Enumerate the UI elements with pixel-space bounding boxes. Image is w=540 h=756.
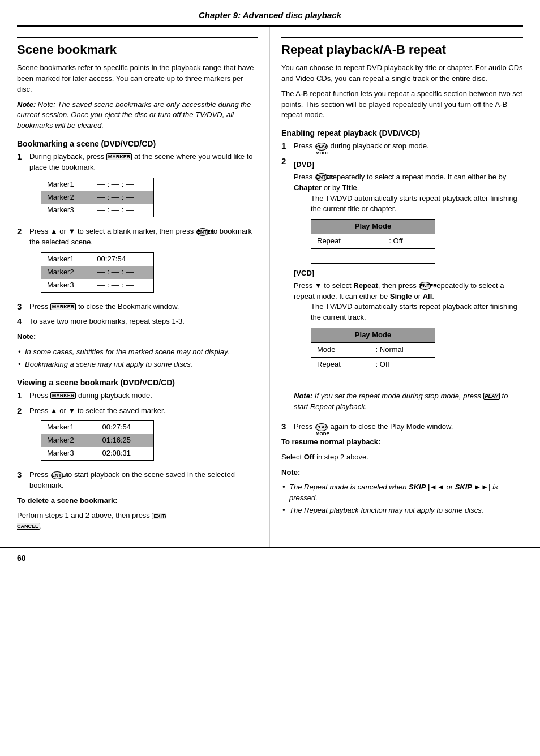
marker-table-3: Marker100:27:54 Marker201:16:25 Marker30… [41,420,154,461]
marker-row: Marker100:27:54 [41,421,154,434]
marker-table-1: Marker1–– : –– : –– Marker2–– : –– : –– … [41,178,154,218]
repeat-step1: 1 Press PLAY MODE during playback or sto… [281,141,523,152]
bookmarking-notes: In some cases, subtitles for the marked … [17,347,258,370]
left-intro: Scene bookmarks refer to specific points… [17,63,258,95]
repeat-notes: The Repeat mode is canceled when SKIP |◄… [281,482,523,516]
marker-btn-2[interactable]: MARKER [50,303,76,310]
delete-title: To delete a scene bookmark: [17,496,258,506]
empty-row-2 [311,372,435,386]
marker-row: Marker302:08:31 [41,447,154,460]
right-column: Repeat playback/A-B repeat You can choos… [270,27,523,547]
vcd-auto-text: The TV/DVD automatically starts repeat p… [311,302,523,323]
view-step1: 1 Press MARKER during playback mode. [17,390,258,401]
view-step2: 2 Press ▲ or ▼ to select the saved marke… [17,406,258,465]
marker-row: Marker3–– : –– : –– [41,204,154,217]
marker-row: Marker3–– : –– : –– [41,279,154,292]
step1: 1 During playback, press MARKER at the s… [17,152,258,222]
play-mode-table-1: Play Mode Repeat: Off [311,219,435,264]
marker-row-selected: Marker2–– : –– : –– [41,191,154,204]
play-btn[interactable]: PLAY [483,393,500,400]
play-mode-table-2: Play Mode Mode: Normal Repeat: Off [311,328,435,386]
play-mode-header-2: Play Mode [311,328,435,343]
marker-row-selected: Marker201:16:25 [41,434,154,447]
note-item: In some cases, subtitles for the marked … [17,347,258,358]
enter-btn-4[interactable]: ENTER [419,282,431,290]
exit-cancel-btn[interactable]: EXIT/CANCEL [17,513,166,530]
note-item: Bookmarking a scene may not apply to som… [17,359,258,370]
repeat-row-1: Repeat: Off [311,234,435,249]
step4: 4 To save two more bookmarks, repeat ste… [17,316,258,327]
note-bold-label: Note: [17,332,258,342]
page-footer: 60 [0,547,540,568]
left-column: Scene bookmark Scene bookmarks refer to … [17,27,270,547]
right-intro1: You can choose to repeat DVD playback by… [281,63,523,84]
header-title: Chapter 9: Advanced disc playback [199,10,341,20]
repeat-note-item-2: The Repeat playback function may not app… [281,505,523,516]
play-mode-btn-1[interactable]: PLAY MODE [315,143,328,151]
subsection1-title: Bookmarking a scene (DVD/VCD/CD) [17,139,258,148]
vcd-label: [VCD] [294,268,523,279]
content-area: Scene bookmark Scene bookmarks refer to … [0,27,540,547]
right-subsection1-title: Enabling repeat playback (DVD/VCD) [281,128,523,138]
marker-row: Marker1–– : –– : –– [41,178,154,191]
left-section-title: Scene bookmark [17,37,258,57]
repeat-note-item-1: The Repeat mode is canceled when SKIP |◄… [281,482,523,504]
enter-btn-1[interactable]: ENTER [196,228,209,236]
left-note-italic: Note: Note: The saved scene bookmarks ar… [17,100,258,132]
bookmarking-steps: 1 During playback, press MARKER at the s… [17,152,258,327]
page-header: Chapter 9: Advanced disc playback [17,0,523,27]
enter-btn-3[interactable]: ENTER [315,173,328,181]
play-mode-btn-2[interactable]: PLAY MODE [315,423,328,431]
dvd-label: [DVD] [294,160,523,170]
view-step3: 3 Press ENTER to start playback on the s… [17,470,258,491]
marker-table-2: Marker100:27:54 Marker2–– : –– : –– Mark… [41,252,154,293]
right-intro2: The A-B repeat function lets you repeat … [281,89,523,121]
marker-btn-1[interactable]: MARKER [106,153,132,160]
repeat-row-2: Repeat: Off [311,357,435,372]
repeat-note: Note: If you set the repeat mode during … [294,391,523,413]
empty-row-1 [311,248,435,263]
marker-btn-3[interactable]: MARKER [50,392,76,399]
mode-row: Mode: Normal [311,342,435,357]
resume-text: Select Off in step 2 above. [281,452,523,463]
page-number: 60 [17,553,26,562]
enter-btn-2[interactable]: ENTER [51,471,63,479]
note2-bold-label: Note: [281,467,523,478]
play-mode-header-1: Play Mode [311,220,435,234]
resume-title: To resume normal playback: [281,437,523,448]
step2: 2 Press ▲ or ▼ to select a blank marker,… [17,226,258,297]
marker-row-selected: Marker2–– : –– : –– [41,266,154,279]
dvd-auto-text: The TV/DVD automatically starts repeat p… [311,194,523,215]
repeat-steps: 1 Press PLAY MODE during playback or sto… [281,141,523,432]
right-section-title: Repeat playback/A-B repeat [281,37,523,57]
marker-row: Marker100:27:54 [41,252,154,265]
repeat-step3: 3 Press PLAY MODE again to close the Pla… [281,422,523,432]
subsection2-title: Viewing a scene bookmark (DVD/VCD/CD) [17,378,258,387]
delete-text: Perform steps 1 and 2 above, then press … [17,510,258,532]
viewing-steps: 1 Press MARKER during playback mode. 2 P… [17,390,258,491]
repeat-step2: 2 [DVD] Press ENTER repeatedly to select… [281,156,523,417]
step3: 3 Press MARKER to close the Bookmark win… [17,302,258,312]
